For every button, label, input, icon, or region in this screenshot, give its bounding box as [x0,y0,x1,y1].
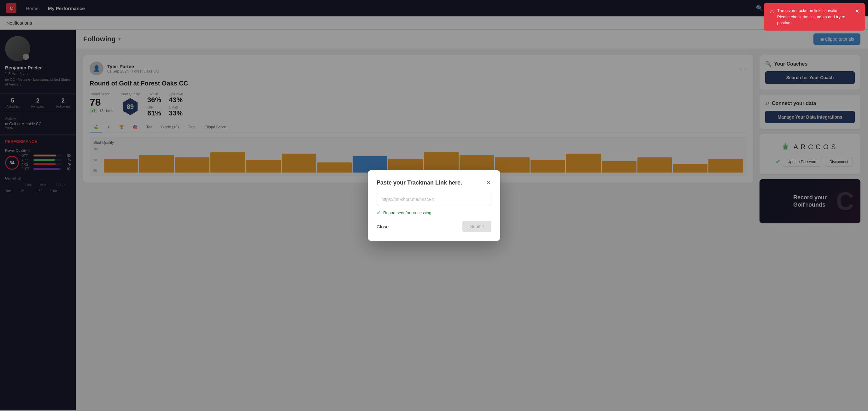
modal-overlay[interactable]: Paste your Trackman Link here. ✕ ✔ Repor… [0,0,868,411]
trackman-link-input[interactable] [377,193,491,206]
warning-icon: ⚠ [770,8,774,15]
modal-submit-button[interactable]: Submit [462,221,491,232]
trackman-modal: Paste your Trackman Link here. ✕ ✔ Repor… [368,170,500,241]
error-close-button[interactable]: ✕ [855,7,859,15]
modal-close-button[interactable]: Close [377,224,389,229]
modal-title: Paste your Trackman Link here. [377,180,462,186]
error-banner: ⚠ The given trackman link is invalid. Pl… [764,3,865,31]
modal-close-x-button[interactable]: ✕ [486,179,491,186]
error-message: The given trackman link is invalid. Plea… [777,7,852,26]
modal-success-message: ✔ Report sent for processing [377,210,491,216]
modal-footer: Close Submit [377,221,491,232]
modal-header: Paste your Trackman Link here. ✕ [377,179,491,186]
success-icon: ✔ [377,210,381,216]
